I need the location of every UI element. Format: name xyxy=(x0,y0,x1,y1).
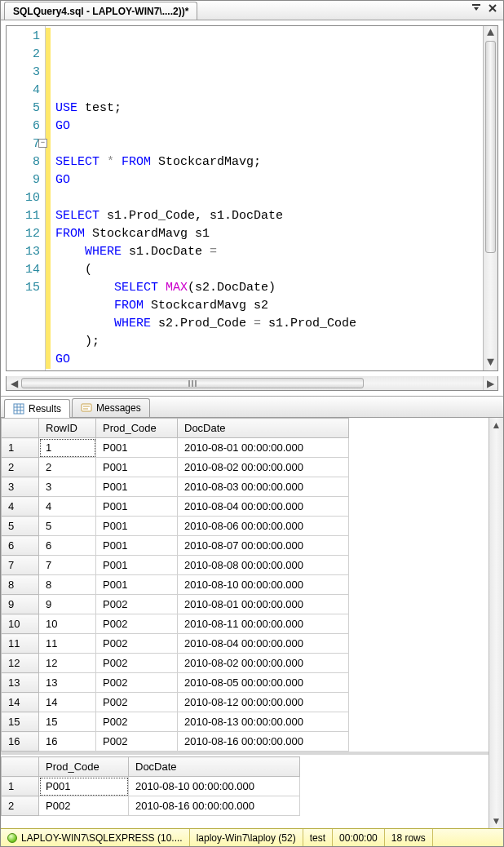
editor-vertical-scrollbar[interactable]: ▲ ▼ xyxy=(483,26,497,370)
cell[interactable]: 7 xyxy=(39,556,96,575)
row-header[interactable]: 8 xyxy=(2,575,39,595)
code-line[interactable]: WHERE s2.Prod_Code = s1.Prod_Code xyxy=(47,315,483,333)
cell[interactable]: 1 xyxy=(39,438,96,458)
cell[interactable]: P001 xyxy=(96,497,178,517)
column-header[interactable]: DocDate xyxy=(178,419,349,438)
code-line[interactable]: ( xyxy=(47,261,483,279)
code-line[interactable]: GO xyxy=(47,351,483,369)
results-grid-2[interactable]: Prod_CodeDocDate1P0012010-08-10 00:00:00… xyxy=(1,756,300,816)
cell[interactable]: 14 xyxy=(39,693,96,712)
cell[interactable]: 2010-08-13 00:00:00.000 xyxy=(178,712,349,732)
cell[interactable]: P001 xyxy=(96,575,178,595)
cell[interactable]: 2010-08-07 00:00:00.000 xyxy=(178,536,349,556)
table-row[interactable]: 1212P0022010-08-02 00:00:00.000 xyxy=(2,654,349,673)
table-row[interactable]: 99P0022010-08-01 00:00:00.000 xyxy=(2,595,349,614)
editor-hscroll-thumb[interactable] xyxy=(21,378,364,388)
scroll-down-arrow-icon[interactable]: ▼ xyxy=(489,814,503,828)
scroll-up-arrow-icon[interactable]: ▲ xyxy=(489,418,503,432)
row-header[interactable]: 9 xyxy=(2,595,39,614)
row-header[interactable]: 11 xyxy=(2,634,39,654)
table-row[interactable]: 1P0012010-08-10 00:00:00.000 xyxy=(2,777,300,796)
table-row[interactable]: 77P0012010-08-08 00:00:00.000 xyxy=(2,556,349,575)
cell[interactable]: 11 xyxy=(39,634,96,654)
cell[interactable]: 2010-08-01 00:00:00.000 xyxy=(178,438,349,458)
cell[interactable]: 15 xyxy=(39,712,96,732)
table-row[interactable]: 1111P0022010-08-04 00:00:00.000 xyxy=(2,634,349,654)
code-line[interactable]: GO xyxy=(47,118,483,135)
cell[interactable]: 5 xyxy=(39,517,96,536)
table-row[interactable]: 11P0012010-08-01 00:00:00.000 xyxy=(2,438,349,458)
cell[interactable]: 2010-08-16 00:00:00.000 xyxy=(178,732,349,752)
cell[interactable]: 6 xyxy=(39,536,96,556)
row-header[interactable]: 7 xyxy=(2,556,39,575)
row-header[interactable]: 12 xyxy=(2,654,39,673)
tab-messages[interactable]: Messages xyxy=(72,398,150,417)
cell[interactable]: P001 xyxy=(96,517,178,536)
editor-vscroll-thumb[interactable] xyxy=(485,41,496,253)
row-header[interactable]: 2 xyxy=(2,796,39,816)
code-line[interactable]: FROM StockcardMavg s1 xyxy=(47,225,483,243)
table-row[interactable]: 55P0012010-08-06 00:00:00.000 xyxy=(2,517,349,536)
column-header[interactable]: DocDate xyxy=(129,757,300,777)
code-area[interactable]: − USE test;GOSELECT * FROM StockcardMavg… xyxy=(46,26,483,370)
cell[interactable]: 13 xyxy=(39,673,96,693)
cell[interactable]: 2010-08-08 00:00:00.000 xyxy=(178,556,349,575)
scroll-up-arrow-icon[interactable]: ▲ xyxy=(484,26,497,41)
cell[interactable]: P002 xyxy=(96,634,178,654)
row-header[interactable]: 2 xyxy=(2,458,39,477)
cell[interactable]: 2010-08-10 00:00:00.000 xyxy=(129,777,300,796)
cell[interactable]: P002 xyxy=(96,712,178,732)
cell[interactable]: 8 xyxy=(39,575,96,595)
cell[interactable]: 9 xyxy=(39,595,96,614)
table-row[interactable]: 44P0012010-08-04 00:00:00.000 xyxy=(2,497,349,517)
cell[interactable]: 4 xyxy=(39,497,96,517)
row-header[interactable]: 5 xyxy=(2,517,39,536)
cell[interactable]: P001 xyxy=(96,438,178,458)
code-line[interactable]: USE test; xyxy=(47,100,483,118)
cell[interactable]: 2010-08-05 00:00:00.000 xyxy=(178,673,349,693)
cell[interactable]: 2010-08-04 00:00:00.000 xyxy=(178,497,349,517)
code-line[interactable]: SELECT s1.Prod_Code, s1.DocDate xyxy=(47,207,483,225)
table-row[interactable]: 22P0012010-08-02 00:00:00.000 xyxy=(2,458,349,477)
code-line[interactable]: GO xyxy=(47,171,483,189)
code-line[interactable]: SELECT * FROM StockcardMavg; xyxy=(47,153,483,171)
column-header[interactable]: Prod_Code xyxy=(39,757,129,777)
cell[interactable]: 2010-08-02 00:00:00.000 xyxy=(178,654,349,673)
row-header[interactable]: 6 xyxy=(2,536,39,556)
cell[interactable]: P002 xyxy=(96,595,178,614)
cell[interactable]: 2 xyxy=(39,458,96,477)
row-header-corner[interactable] xyxy=(2,419,39,438)
code-line[interactable] xyxy=(47,189,483,207)
table-row[interactable]: 88P0012010-08-10 00:00:00.000 xyxy=(2,575,349,595)
tab-results[interactable]: Results xyxy=(4,399,70,418)
table-row[interactable]: 33P0012010-08-03 00:00:00.000 xyxy=(2,477,349,497)
tab-dropdown-icon[interactable] xyxy=(471,2,482,16)
cell[interactable]: 2010-08-04 00:00:00.000 xyxy=(178,634,349,654)
table-row[interactable]: 2P0022010-08-16 00:00:00.000 xyxy=(2,796,300,816)
cell[interactable]: 2010-08-06 00:00:00.000 xyxy=(178,517,349,536)
fold-icon[interactable]: − xyxy=(38,139,47,148)
code-line[interactable]: FROM StockcardMavg s2 xyxy=(47,297,483,315)
cell[interactable]: 2010-08-16 00:00:00.000 xyxy=(129,796,300,816)
row-header[interactable]: 4 xyxy=(2,497,39,517)
cell[interactable]: 2010-08-12 00:00:00.000 xyxy=(178,693,349,712)
table-row[interactable]: 1414P0022010-08-12 00:00:00.000 xyxy=(2,693,349,712)
cell[interactable]: P002 xyxy=(39,796,129,816)
cell[interactable]: 12 xyxy=(39,654,96,673)
code-line[interactable]: WHERE s1.DocDate = xyxy=(47,243,483,261)
cell[interactable]: 2010-08-11 00:00:00.000 xyxy=(178,614,349,634)
row-header-corner[interactable] xyxy=(2,757,39,777)
row-header[interactable]: 16 xyxy=(2,732,39,752)
row-header[interactable]: 14 xyxy=(2,693,39,712)
code-line[interactable]: SELECT MAX(s2.DocDate) xyxy=(47,279,483,297)
row-header[interactable]: 10 xyxy=(2,614,39,634)
row-header[interactable]: 1 xyxy=(2,438,39,458)
cell[interactable]: 2010-08-03 00:00:00.000 xyxy=(178,477,349,497)
cell[interactable]: 3 xyxy=(39,477,96,497)
code-line[interactable] xyxy=(47,135,483,153)
row-header[interactable]: 13 xyxy=(2,673,39,693)
cell[interactable]: P002 xyxy=(96,654,178,673)
cell[interactable]: 2010-08-02 00:00:00.000 xyxy=(178,458,349,477)
cell[interactable]: 2010-08-10 00:00:00.000 xyxy=(178,575,349,595)
table-row[interactable]: 1313P0022010-08-05 00:00:00.000 xyxy=(2,673,349,693)
